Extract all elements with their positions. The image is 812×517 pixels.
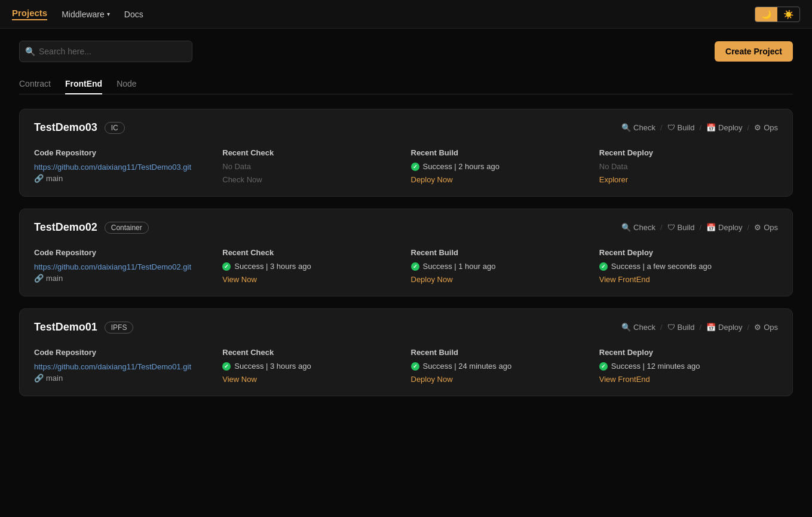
card-sections: Code Repository https://github.com/daixi… xyxy=(34,248,778,284)
link-icon: 🔗 xyxy=(34,174,44,183)
build-status-row: Success | 1 hour ago xyxy=(411,262,590,271)
deploy-now-link[interactable]: Deploy Now xyxy=(411,375,453,384)
explorer-link[interactable]: Explorer xyxy=(599,175,628,184)
deploy-now-link[interactable]: Deploy Now xyxy=(411,175,453,184)
card-actions: 🔍 Check / 🛡 Build / 📅 Deploy / ⚙ Ops xyxy=(621,123,778,132)
repo-branch: 🔗 main xyxy=(34,174,213,183)
card-title-row: TestDemo03 IC xyxy=(34,121,125,134)
action-deploy[interactable]: 📅 Deploy xyxy=(706,123,742,132)
repo-branch: 🔗 main xyxy=(34,374,213,383)
section-title-deploy: Recent Deploy xyxy=(599,248,778,257)
section-title-check: Recent Check xyxy=(222,248,401,257)
check-status-text: Success | 3 hours ago xyxy=(234,362,311,371)
code-repository-section: Code Repository https://github.com/daixi… xyxy=(34,348,213,384)
recent-check-section: Recent Check Success | 3 hours ago View … xyxy=(222,248,401,284)
action-deploy[interactable]: 📅 Deploy xyxy=(706,323,742,332)
recent-deploy-section: Recent Deploy No Data Explorer xyxy=(599,148,778,184)
card-title-row: TestDemo02 Container xyxy=(34,221,149,234)
build-status-row: Success | 2 hours ago xyxy=(411,162,590,171)
project-card-testdemo02: TestDemo02 Container 🔍 Check / 🛡 Build /… xyxy=(19,209,793,296)
action-check[interactable]: 🔍 Check xyxy=(621,223,655,232)
tab-node[interactable]: Node xyxy=(117,74,136,94)
project-title: TestDemo01 xyxy=(34,321,97,334)
check-status-row: Success | 3 hours ago xyxy=(222,262,401,271)
view-now-link[interactable]: View Now xyxy=(222,375,257,384)
recent-build-section: Recent Build Success | 24 minutes ago De… xyxy=(411,348,590,384)
check-status-text: Success | 3 hours ago xyxy=(234,262,311,271)
top-navigation: Projects Middleware Docs 🌙 ☀️ xyxy=(0,0,812,29)
theme-toggle: 🌙 ☀️ xyxy=(755,7,800,22)
tab-frontend[interactable]: FrontEnd xyxy=(65,74,102,94)
section-title-deploy: Recent Deploy xyxy=(599,148,778,157)
action-ops[interactable]: ⚙ Ops xyxy=(754,323,778,332)
deploy-status-text: Success | 12 minutes ago xyxy=(611,362,700,371)
link-icon: 🔗 xyxy=(34,274,44,283)
nav-item-docs[interactable]: Docs xyxy=(124,10,143,19)
card-actions: 🔍 Check / 🛡 Build / 📅 Deploy / ⚙ Ops xyxy=(621,223,778,232)
action-check[interactable]: 🔍 Check xyxy=(621,323,655,332)
project-card-testdemo01: TestDemo01 IPFS 🔍 Check / 🛡 Build / 📅 De… xyxy=(19,308,793,396)
repo-url-link[interactable]: https://github.com/daixiang11/TestDemo01… xyxy=(34,362,191,371)
tabs: Contract FrontEnd Node xyxy=(19,74,793,94)
search-icon: 🔍 xyxy=(621,223,631,232)
success-icon xyxy=(222,262,231,271)
repo-branch: 🔗 main xyxy=(34,274,213,283)
deploy-now-link[interactable]: Deploy Now xyxy=(411,275,453,284)
action-check[interactable]: 🔍 Check xyxy=(621,123,655,132)
section-title-repo: Code Repository xyxy=(34,248,213,257)
recent-deploy-section: Recent Deploy Success | a few seconds ag… xyxy=(599,248,778,284)
code-repository-section: Code Repository https://github.com/daixi… xyxy=(34,148,213,184)
recent-check-section: Recent Check Success | 3 hours ago View … xyxy=(222,348,401,384)
section-title-repo: Code Repository xyxy=(34,348,213,357)
action-ops[interactable]: ⚙ Ops xyxy=(754,223,778,232)
deploy-status-text: Success | a few seconds ago xyxy=(611,262,712,271)
section-title-build: Recent Build xyxy=(411,148,590,157)
card-actions: 🔍 Check / 🛡 Build / 📅 Deploy / ⚙ Ops xyxy=(621,323,778,332)
repo-url-link[interactable]: https://github.com/daixiang11/TestDemo03… xyxy=(34,163,191,172)
ops-icon: ⚙ xyxy=(754,123,761,132)
nav-logo[interactable]: Projects xyxy=(12,8,47,20)
build-icon: 🛡 xyxy=(667,223,675,232)
search-icon: 🔍 xyxy=(621,123,631,132)
success-icon xyxy=(411,262,419,271)
create-project-button[interactable]: Create Project xyxy=(715,41,793,62)
success-icon xyxy=(599,362,608,371)
build-status-text: Success | 1 hour ago xyxy=(423,262,496,271)
action-build[interactable]: 🛡 Build xyxy=(667,123,695,132)
build-icon: 🛡 xyxy=(667,323,675,332)
nav-item-middleware[interactable]: Middleware xyxy=(62,10,110,19)
search-input[interactable] xyxy=(19,41,192,62)
code-repository-section: Code Repository https://github.com/daixi… xyxy=(34,248,213,284)
check-status-row: Success | 3 hours ago xyxy=(222,362,401,371)
theme-moon-button[interactable]: 🌙 xyxy=(755,7,777,22)
section-title-build: Recent Build xyxy=(411,248,590,257)
theme-sun-button[interactable]: ☀️ xyxy=(777,7,799,22)
recent-build-section: Recent Build Success | 2 hours ago Deplo… xyxy=(411,148,590,184)
build-status-row: Success | 24 minutes ago xyxy=(411,362,590,371)
success-icon xyxy=(411,362,419,371)
action-deploy[interactable]: 📅 Deploy xyxy=(706,223,742,232)
view-frontend-link[interactable]: View FrontEnd xyxy=(599,375,650,384)
ops-icon: ⚙ xyxy=(754,323,761,332)
card-sections: Code Repository https://github.com/daixi… xyxy=(34,148,778,184)
project-tag: IC xyxy=(105,122,125,134)
project-title: TestDemo03 xyxy=(34,121,97,134)
repo-url-link[interactable]: https://github.com/daixiang11/TestDemo02… xyxy=(34,262,191,271)
build-status-text: Success | 24 minutes ago xyxy=(423,362,512,371)
success-icon xyxy=(222,362,231,371)
ops-icon: ⚙ xyxy=(754,223,761,232)
card-header: TestDemo01 IPFS 🔍 Check / 🛡 Build / 📅 De… xyxy=(34,321,778,334)
action-build[interactable]: 🛡 Build xyxy=(667,323,695,332)
tab-contract[interactable]: Contract xyxy=(19,74,51,94)
search-icon: 🔍 xyxy=(621,323,631,332)
action-build[interactable]: 🛡 Build xyxy=(667,223,695,232)
view-frontend-link[interactable]: View FrontEnd xyxy=(599,275,650,284)
view-now-link[interactable]: View Now xyxy=(222,275,257,284)
link-icon: 🔗 xyxy=(34,374,44,383)
check-now-link[interactable]: Check Now xyxy=(222,175,262,184)
recent-check-section: Recent Check No Data Check Now xyxy=(222,148,401,184)
section-title-check: Recent Check xyxy=(222,148,401,157)
search-wrapper: 🔍 xyxy=(19,41,192,62)
action-ops[interactable]: ⚙ Ops xyxy=(754,123,778,132)
search-row: 🔍 Create Project xyxy=(19,41,793,62)
